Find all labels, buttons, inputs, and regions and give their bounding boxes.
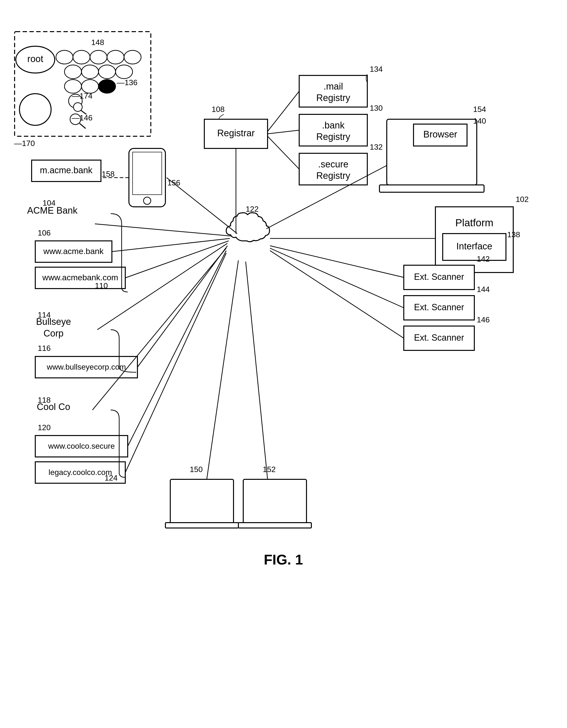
svg-text:m.acme.bank: m.acme.bank — [40, 165, 93, 175]
svg-point-8 — [107, 50, 124, 64]
svg-text:154: 154 — [473, 105, 486, 114]
svg-rect-94 — [166, 523, 239, 528]
svg-line-117 — [207, 260, 239, 479]
svg-text:.secure: .secure — [318, 159, 348, 169]
svg-text:120: 120 — [38, 423, 51, 432]
svg-text:—136: —136 — [117, 78, 138, 87]
svg-text:142: 142 — [477, 255, 490, 263]
svg-text:108: 108 — [212, 105, 225, 114]
svg-text:104: 104 — [43, 199, 55, 207]
svg-point-16 — [99, 80, 116, 93]
svg-line-110 — [112, 238, 230, 252]
svg-text:Registry: Registry — [316, 171, 350, 181]
svg-text:FIG. 1: FIG. 1 — [264, 552, 303, 567]
svg-point-25 — [19, 94, 51, 125]
svg-text:www.coolco.secure: www.coolco.secure — [48, 442, 115, 450]
svg-text:—146: —146 — [72, 113, 92, 122]
svg-line-106 — [270, 248, 404, 308]
svg-point-9 — [124, 50, 141, 64]
svg-text:102: 102 — [516, 195, 529, 204]
svg-text:—174: —174 — [72, 91, 92, 100]
svg-rect-96 — [243, 479, 306, 523]
svg-text:Ext. Scanner: Ext. Scanner — [414, 302, 464, 312]
svg-text:134: 134 — [370, 65, 383, 73]
svg-text:Interface: Interface — [456, 241, 492, 251]
svg-text:106: 106 — [38, 228, 51, 237]
svg-line-107 — [270, 251, 404, 338]
svg-text:138: 138 — [507, 230, 520, 239]
svg-text:www.bullseyecorp.com: www.bullseyecorp.com — [46, 363, 126, 371]
svg-rect-93 — [170, 479, 234, 523]
svg-line-105 — [270, 246, 404, 277]
svg-rect-97 — [239, 523, 311, 528]
svg-text:114: 114 — [38, 310, 51, 319]
svg-line-101 — [268, 130, 299, 134]
svg-point-7 — [90, 50, 107, 64]
svg-text:Ext. Scanner: Ext. Scanner — [414, 333, 464, 343]
svg-point-5 — [56, 50, 73, 64]
diagram-svg: root —170 148 —136 —174 — [0, 0, 567, 728]
svg-text:148: 148 — [91, 38, 104, 47]
svg-text:.bank: .bank — [322, 120, 345, 130]
svg-text:—170: —170 — [14, 139, 35, 148]
svg-point-14 — [64, 80, 82, 93]
svg-line-115 — [128, 251, 226, 446]
diagram: root —170 148 —136 —174 — [0, 0, 567, 728]
svg-point-11 — [82, 65, 99, 79]
svg-text:124: 124 — [105, 473, 118, 482]
svg-text:Corp: Corp — [44, 328, 64, 338]
svg-line-100 — [268, 91, 299, 131]
svg-text:legacy.coolco.com: legacy.coolco.com — [49, 468, 112, 477]
svg-text:root: root — [27, 54, 43, 64]
svg-text:132: 132 — [370, 143, 383, 151]
svg-text:Registry: Registry — [316, 93, 350, 103]
svg-line-111 — [125, 241, 229, 278]
svg-text:Browser: Browser — [423, 129, 457, 139]
svg-line-102 — [268, 136, 299, 169]
svg-text:110: 110 — [95, 281, 108, 290]
svg-text:www.acme.bank: www.acme.bank — [43, 246, 104, 256]
svg-rect-43 — [379, 185, 484, 192]
svg-text:146: 146 — [477, 315, 490, 324]
svg-point-15 — [82, 80, 99, 93]
svg-text:Platform: Platform — [455, 217, 493, 228]
svg-text:150: 150 — [190, 465, 203, 474]
svg-text:.mail: .mail — [323, 81, 343, 91]
svg-text:www.acmebank.com: www.acmebank.com — [42, 273, 118, 282]
svg-text:Registry: Registry — [316, 132, 350, 142]
svg-text:140: 140 — [473, 117, 486, 125]
svg-point-10 — [64, 65, 82, 79]
svg-text:Registrar: Registrar — [217, 128, 255, 138]
svg-text:144: 144 — [477, 285, 490, 294]
svg-text:158: 158 — [102, 170, 115, 178]
svg-text:152: 152 — [263, 465, 276, 474]
svg-point-6 — [73, 50, 90, 64]
svg-line-109 — [95, 224, 231, 236]
svg-point-13 — [116, 65, 133, 79]
svg-point-12 — [99, 65, 116, 79]
svg-line-118 — [246, 262, 268, 479]
svg-text:130: 130 — [370, 104, 383, 112]
svg-text:Ext. Scanner: Ext. Scanner — [414, 272, 464, 282]
svg-text:116: 116 — [38, 344, 51, 353]
svg-line-108 — [167, 178, 237, 234]
svg-rect-64 — [133, 152, 162, 195]
svg-text:118: 118 — [38, 396, 51, 404]
svg-text:122: 122 — [246, 205, 259, 213]
